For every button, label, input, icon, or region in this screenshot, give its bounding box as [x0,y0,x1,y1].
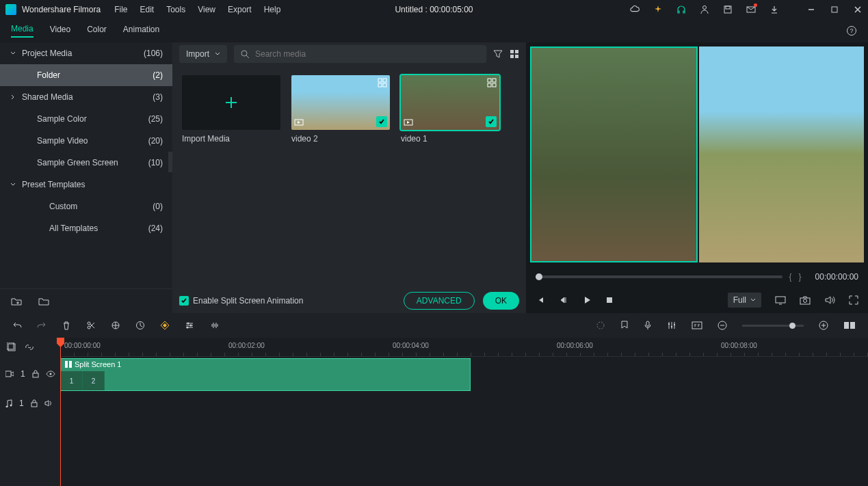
cloud-icon[interactable] [630,5,640,14]
clip-cell-2[interactable]: 2 [83,371,105,390]
sidebar-item[interactable]: Shared Media(3) [0,86,172,108]
speaker-icon[interactable] [44,399,53,407]
user-icon[interactable] [700,5,709,14]
scrub-thumb[interactable] [536,273,542,280]
menu-tools[interactable]: Tools [166,5,185,14]
sparkle-icon[interactable] [653,5,663,14]
split-icon[interactable] [86,321,96,330]
fullscreen-icon[interactable] [849,295,858,305]
titlebar: Wondershare Filmora File Edit Tools View… [0,0,868,19]
speed-icon[interactable] [135,321,145,330]
menu-edit[interactable]: Edit [140,5,155,14]
volume-icon[interactable] [824,295,835,305]
tab-color[interactable]: Color [87,25,107,37]
import-dropdown[interactable]: Import [179,45,227,63]
minimize-icon[interactable] [806,5,816,14]
clip-cell-1[interactable]: 1 [61,371,83,390]
caption-icon[interactable] [692,321,702,329]
sidebar-item[interactable]: Custom(0) [0,195,172,217]
preview-right-frame[interactable] [699,46,864,262]
zoom-thumb[interactable] [789,323,795,329]
svg-rect-45 [5,371,11,377]
sidebar-item[interactable]: Folder(2) [0,64,172,86]
svg-rect-22 [607,297,612,303]
sidebar-item[interactable]: Sample Video(20) [0,130,172,152]
mixer-icon[interactable] [667,321,676,330]
tab-video[interactable]: Video [50,25,70,37]
sidebar-item[interactable]: All Templates(24) [0,217,172,239]
zoom-out-icon[interactable] [718,321,727,330]
grid-view-icon[interactable] [510,49,519,59]
headphones-icon[interactable] [676,5,686,14]
download-icon[interactable] [770,5,779,14]
eye-icon[interactable] [46,370,55,377]
help-icon[interactable]: ? [846,25,857,36]
keyframe-icon[interactable] [160,321,170,330]
snapshot-icon[interactable] [800,295,811,305]
link-icon[interactable] [25,342,34,352]
svg-point-27 [88,326,90,329]
sidebar-item[interactable]: Project Media(106) [0,42,172,64]
media-card[interactable]: video 2 [291,75,390,144]
zoom-in-icon[interactable] [819,321,828,330]
svg-rect-51 [65,361,68,368]
prev-frame-icon[interactable] [536,295,545,305]
sidebar-item[interactable]: Sample Color(25) [0,108,172,130]
advanced-button[interactable]: ADVANCED [404,292,475,310]
stop-icon[interactable] [605,296,614,304]
mail-icon[interactable] [746,5,756,14]
crop-icon[interactable] [111,321,120,330]
menu-help[interactable]: Help [264,5,281,14]
fit-icon[interactable] [843,321,856,330]
redo-icon[interactable] [37,321,47,330]
search-field[interactable] [255,49,479,59]
media-card[interactable]: Import Media [182,75,280,144]
folder-icon[interactable] [38,297,49,306]
search-input[interactable] [234,45,486,63]
menu-export[interactable]: Export [228,5,252,14]
svg-rect-4 [832,7,837,12]
new-folder-icon[interactable] [11,297,22,306]
svg-rect-8 [510,50,514,53]
timeline-clip[interactable]: Split Screen 1 1 2 [60,358,471,391]
menu-view[interactable]: View [198,5,215,14]
lock-icon[interactable] [32,370,39,378]
render-icon[interactable] [596,321,605,330]
menu-file[interactable]: File [114,5,127,14]
preview-left-frame[interactable] [530,46,698,262]
audio-wave-icon[interactable] [209,321,220,330]
save-icon[interactable] [723,5,733,14]
svg-rect-38 [692,322,702,329]
timeline-tracks[interactable]: 00:00:00:0000:00:02:0000:00:04:0000:00:0… [60,338,868,486]
chevron-down-icon [750,297,756,303]
lock-icon[interactable] [31,399,38,407]
maximize-icon[interactable] [830,5,839,14]
svg-rect-10 [510,55,514,58]
close-icon[interactable] [853,5,863,14]
undo-icon[interactable] [12,321,22,330]
timeline-layers-icon[interactable] [7,342,16,352]
marker-icon[interactable] [620,321,629,330]
sidebar-item[interactable]: Preset Templates [0,174,172,195]
zoom-slider[interactable] [742,325,804,327]
sidebar-item[interactable]: Sample Green Screen(10) [0,152,172,174]
collapse-handle[interactable] [168,152,172,172]
bracket-close-icon[interactable]: } [799,272,802,282]
split-screen-anim-checkbox[interactable]: Enable Split Screen Animation [179,296,303,306]
ok-button[interactable]: OK [483,292,519,310]
tab-animation[interactable]: Animation [123,25,159,37]
play-back-icon[interactable] [559,295,568,305]
timeline-ruler[interactable]: 00:00:00:0000:00:02:0000:00:04:0000:00:0… [60,338,868,357]
play-icon[interactable] [582,295,592,305]
media-card[interactable]: video 1 [401,75,499,144]
bracket-open-icon[interactable]: { [789,272,792,282]
playhead[interactable] [60,338,61,486]
scrub-track[interactable] [536,275,782,278]
filter-icon[interactable] [493,49,503,59]
mic-icon[interactable] [644,321,652,330]
display-icon[interactable] [775,295,786,305]
delete-icon[interactable] [62,321,71,330]
adjust-icon[interactable] [185,321,194,330]
quality-select[interactable]: Full [728,293,761,308]
tab-media[interactable]: Media [11,24,34,38]
